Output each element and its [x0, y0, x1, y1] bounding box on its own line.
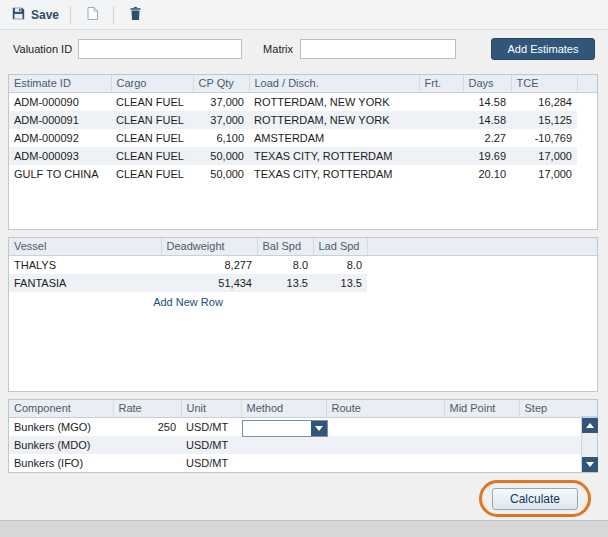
- save-button[interactable]: Save: [12, 6, 59, 24]
- table-cell[interactable]: FANTASIA: [9, 274, 161, 292]
- document-icon: [87, 6, 98, 24]
- table-cell[interactable]: 17,000: [511, 147, 577, 165]
- estimates-panel: Estimate IDCargoCP QtyLoad / Disch.Frt.D…: [8, 74, 598, 230]
- table-row[interactable]: GULF TO CHINACLEAN FUEL50,000TEXAS CITY,…: [9, 165, 597, 183]
- table-cell[interactable]: THALYS: [9, 256, 161, 275]
- table-cell[interactable]: ROTTERDAM, NEW YORK: [249, 93, 419, 112]
- delete-button[interactable]: [125, 5, 145, 25]
- table-cell[interactable]: [326, 418, 444, 437]
- column-header: TCE: [511, 75, 577, 93]
- table-cell[interactable]: CLEAN FUEL: [111, 165, 193, 183]
- table-cell[interactable]: 37,000: [193, 111, 249, 129]
- table-cell[interactable]: [326, 454, 444, 472]
- valuation-id-input[interactable]: [78, 39, 242, 59]
- table-row[interactable]: Bunkers (MDO)USD/MT: [9, 436, 597, 454]
- table-cell[interactable]: 8,277: [161, 256, 257, 275]
- table-cell[interactable]: 16,284: [511, 93, 577, 112]
- table-row[interactable]: ADM-000093CLEAN FUEL50,000TEXAS CITY, RO…: [9, 147, 597, 165]
- table-cell[interactable]: 6,100: [193, 129, 249, 147]
- table-cell[interactable]: 14.58: [463, 111, 511, 129]
- table-row[interactable]: ADM-000091CLEAN FUEL37,000ROTTERDAM, NEW…: [9, 111, 597, 129]
- matrix-input[interactable]: [300, 39, 456, 59]
- column-header: Deadweight: [161, 238, 257, 256]
- column-header: Component: [9, 400, 113, 418]
- table-cell[interactable]: ADM-000091: [9, 111, 111, 129]
- matrix-label: Matrix: [263, 43, 293, 55]
- table-cell[interactable]: ADM-000090: [9, 93, 111, 112]
- calculate-button[interactable]: Calculate: [492, 488, 578, 510]
- column-header: Unit: [181, 400, 241, 418]
- table-cell[interactable]: AMSTERDAM: [249, 129, 419, 147]
- table-cell[interactable]: 19.69: [463, 147, 511, 165]
- table-cell[interactable]: 37,000: [193, 93, 249, 112]
- table-cell[interactable]: 50,000: [193, 165, 249, 183]
- table-cell[interactable]: Bunkers (IFO): [9, 454, 113, 472]
- table-cell[interactable]: 13.5: [313, 274, 367, 292]
- vertical-scrollbar[interactable]: [581, 418, 597, 472]
- method-dropdown[interactable]: [242, 420, 328, 437]
- table-cell[interactable]: CLEAN FUEL: [111, 147, 193, 165]
- table-cell[interactable]: [419, 165, 463, 183]
- table-cell[interactable]: 13.5: [257, 274, 313, 292]
- new-document-button[interactable]: [82, 5, 102, 25]
- table-cell[interactable]: 20.10: [463, 165, 511, 183]
- table-cell[interactable]: 2.27: [463, 129, 511, 147]
- table-cell[interactable]: [241, 454, 326, 472]
- table-cell[interactable]: 17,000: [511, 165, 577, 183]
- table-cell[interactable]: ROTTERDAM, NEW YORK: [249, 111, 419, 129]
- chevron-down-icon[interactable]: [311, 421, 327, 436]
- column-header: Rate: [113, 400, 181, 418]
- components-header-row: ComponentRateUnitMethodRouteMid PointSte…: [9, 400, 597, 418]
- scroll-up-button[interactable]: [582, 418, 598, 433]
- column-header: Load / Disch.: [249, 75, 419, 93]
- table-cell[interactable]: 15,125: [511, 111, 577, 129]
- table-cell[interactable]: 50,000: [193, 147, 249, 165]
- table-cell[interactable]: [241, 436, 326, 454]
- table-cell[interactable]: [326, 436, 444, 454]
- table-cell[interactable]: 51,434: [161, 274, 257, 292]
- table-row[interactable]: THALYS8,2778.08.0: [9, 256, 597, 275]
- table-cell[interactable]: 8.0: [313, 256, 367, 275]
- table-cell[interactable]: CLEAN FUEL: [111, 129, 193, 147]
- table-cell[interactable]: 14.58: [463, 93, 511, 112]
- column-header: Bal Spd: [257, 238, 313, 256]
- table-cell[interactable]: [419, 147, 463, 165]
- add-estimates-button[interactable]: Add Estimates: [491, 38, 595, 60]
- table-cell[interactable]: [419, 129, 463, 147]
- estimate-matrix-window: Save Valuation ID Matri: [0, 0, 608, 537]
- table-row[interactable]: Bunkers (IFO)USD/MT: [9, 454, 597, 472]
- components-panel: ComponentRateUnitMethodRouteMid PointSte…: [8, 399, 598, 473]
- table-cell[interactable]: -10,769: [511, 129, 577, 147]
- table-cell[interactable]: [444, 418, 519, 437]
- table-cell[interactable]: 250: [113, 418, 181, 437]
- table-cell[interactable]: USD/MT: [181, 454, 241, 472]
- add-new-row-link[interactable]: Add New Row: [153, 296, 223, 308]
- table-cell[interactable]: GULF TO CHINA: [9, 165, 111, 183]
- table-cell[interactable]: [419, 111, 463, 129]
- table-cell[interactable]: Bunkers (MGO): [9, 418, 113, 437]
- table-cell[interactable]: ADM-000093: [9, 147, 111, 165]
- table-cell[interactable]: 8.0: [257, 256, 313, 275]
- table-row[interactable]: ADM-000092CLEAN FUEL6,100AMSTERDAM2.27-1…: [9, 129, 597, 147]
- table-cell[interactable]: USD/MT: [181, 418, 241, 437]
- table-cell[interactable]: [419, 93, 463, 112]
- method-dropdown-value: [243, 421, 311, 436]
- table-cell[interactable]: CLEAN FUEL: [111, 93, 193, 112]
- scroll-down-button[interactable]: [582, 457, 598, 472]
- table-cell[interactable]: USD/MT: [181, 436, 241, 454]
- table-cell[interactable]: TEXAS CITY, ROTTERDAM: [249, 147, 419, 165]
- toolbar-separator: [113, 6, 114, 24]
- header-filler: [581, 400, 597, 417]
- column-header: CP Qty: [193, 75, 249, 93]
- table-row[interactable]: ADM-000090CLEAN FUEL37,000ROTTERDAM, NEW…: [9, 93, 597, 112]
- table-cell[interactable]: CLEAN FUEL: [111, 111, 193, 129]
- column-header: Route: [326, 400, 444, 418]
- table-cell[interactable]: Bunkers (MDO): [9, 436, 113, 454]
- table-cell[interactable]: [113, 454, 181, 472]
- table-row[interactable]: FANTASIA51,43413.513.5: [9, 274, 597, 292]
- table-cell[interactable]: [444, 454, 519, 472]
- table-cell[interactable]: TEXAS CITY, ROTTERDAM: [249, 165, 419, 183]
- table-cell[interactable]: ADM-000092: [9, 129, 111, 147]
- table-cell[interactable]: [444, 436, 519, 454]
- table-cell[interactable]: [113, 436, 181, 454]
